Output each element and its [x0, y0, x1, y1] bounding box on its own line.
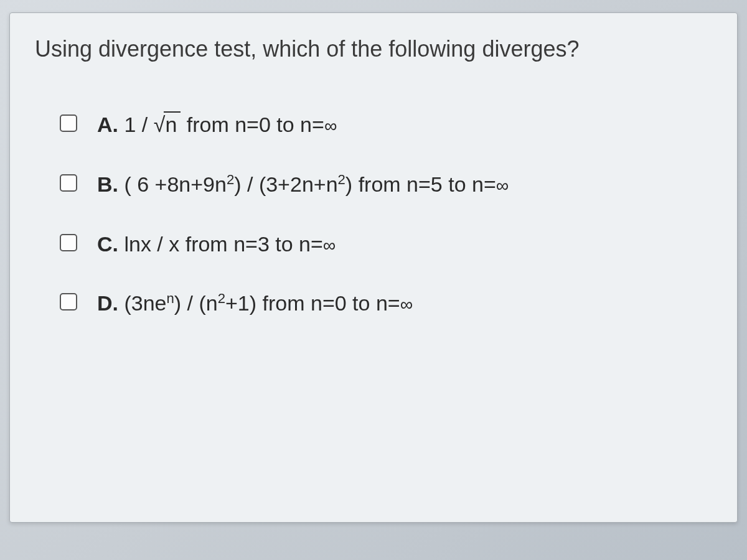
- option-text-a: 1 / √n from n=0 to n=∞: [118, 113, 337, 136]
- radical-icon: √: [154, 111, 166, 139]
- option-b-sup2: 2: [338, 171, 345, 187]
- option-c-seg1: lnx / x from n=3 to n=: [118, 232, 323, 256]
- option-d: D. (3nen) / (n2+1) from n=0 to n=∞: [60, 289, 712, 318]
- option-text-b: ( 6 +8n+9n2) / (3+2n+n2) from n=5 to n=∞: [118, 172, 509, 196]
- option-letter-b: B.: [97, 172, 118, 196]
- checkbox-c[interactable]: [60, 234, 77, 251]
- option-d-sup2: 2: [218, 291, 225, 306]
- option-b-content: B. ( 6 +8n+9n2) / (3+2n+n2) from n=5 to …: [97, 170, 509, 199]
- option-letter-a: A.: [97, 113, 118, 136]
- option-text-d: (3nen) / (n2+1) from n=0 to n=∞: [118, 291, 413, 315]
- infinity-icon: ∞: [324, 116, 337, 136]
- infinity-icon: ∞: [323, 235, 336, 255]
- checkbox-a[interactable]: [60, 114, 77, 132]
- radicand: n: [164, 111, 181, 136]
- option-d-sup1: n: [167, 291, 174, 306]
- options-list: A. 1 / √n from n=0 to n=∞ B. ( 6 +8n+9n2…: [35, 111, 712, 319]
- option-d-seg2: ) / (n: [174, 291, 218, 315]
- question-prompt: Using divergence test, which of the foll…: [35, 35, 712, 64]
- option-a: A. 1 / √n from n=0 to n=∞: [60, 111, 712, 139]
- option-text-c: lnx / x from n=3 to n=∞: [118, 232, 336, 256]
- option-b-seg3: ) from n=5 to n=: [345, 172, 496, 196]
- question-card: Using divergence test, which of the foll…: [9, 12, 738, 523]
- option-b-seg2: ) / (3+2n+n: [234, 172, 337, 196]
- option-b: B. ( 6 +8n+9n2) / (3+2n+n2) from n=5 to …: [60, 170, 712, 199]
- option-letter-c: C.: [97, 232, 118, 256]
- option-d-seg1: (3ne: [118, 291, 167, 315]
- infinity-icon: ∞: [496, 175, 509, 195]
- option-c-content: C. lnx / x from n=3 to n=∞: [97, 230, 336, 259]
- option-d-content: D. (3nen) / (n2+1) from n=0 to n=∞: [97, 289, 413, 318]
- option-a-post: from n=0 to n=: [181, 113, 324, 136]
- checkbox-b[interactable]: [60, 174, 77, 192]
- option-a-content: A. 1 / √n from n=0 to n=∞: [97, 111, 337, 139]
- option-d-seg3: +1) from n=0 to n=: [225, 291, 400, 315]
- infinity-icon: ∞: [400, 294, 413, 314]
- option-b-seg1: ( 6 +8n+9n: [118, 172, 227, 196]
- option-letter-d: D.: [97, 291, 118, 315]
- checkbox-d[interactable]: [60, 293, 77, 310]
- option-c: C. lnx / x from n=3 to n=∞: [60, 230, 712, 259]
- option-a-pre: 1 /: [118, 113, 154, 136]
- option-b-sup1: 2: [227, 171, 234, 187]
